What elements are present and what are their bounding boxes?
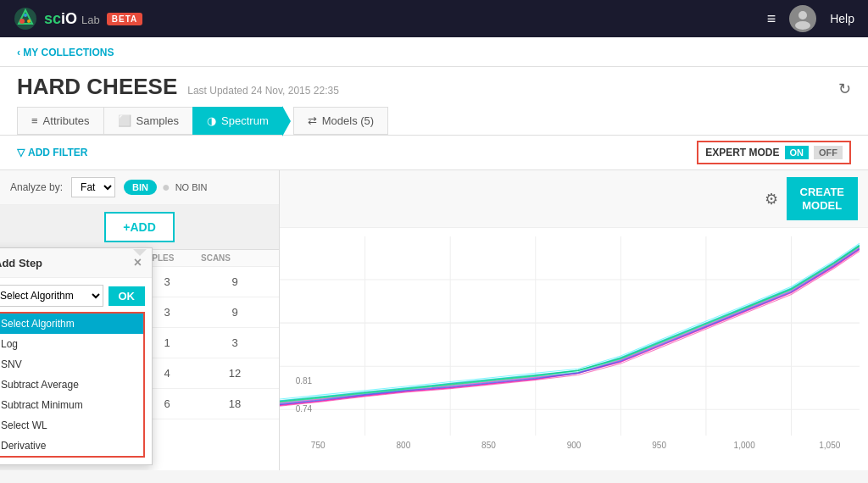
algorithm-option-log[interactable]: Log (0, 334, 143, 354)
tab-models[interactable]: ⇄ Models (5) (293, 107, 388, 135)
svg-text:0.74: 0.74 (296, 404, 313, 414)
tab-models-label: Models (5) (322, 114, 374, 127)
svg-point-3 (27, 19, 31, 23)
algorithm-option-subtract-average[interactable]: Subtract Average (0, 375, 143, 395)
expert-mode-off[interactable]: OFF (814, 146, 843, 159)
filter-bar: ▽ ADD FILTER EXPERT MODE ON OFF (0, 136, 868, 170)
add-filter-button[interactable]: ▽ ADD FILTER (17, 147, 87, 158)
algorithm-option-select[interactable]: Select Algorithm (0, 314, 143, 334)
col-scans-header: SCANS (201, 253, 269, 263)
refresh-button[interactable]: ↻ (838, 80, 851, 98)
modal-title: Add Step (0, 257, 42, 269)
spectrum-chart: 750 800 850 900 950 1,000 1,050 0.74 0.8… (280, 236, 860, 462)
svg-text:0.81: 0.81 (296, 376, 313, 386)
algorithm-option-subtract-minimum[interactable]: Subtract Minimum (0, 395, 143, 415)
add-step-modal: Add Step × Select Algorithm OK Select Al… (0, 247, 153, 465)
right-panel: ⚙ CREATEMODEL (280, 170, 868, 470)
app-header: sciO Lab BETA ≡ Help (0, 0, 868, 37)
user-avatar[interactable] (789, 5, 816, 32)
filter-icon: ▽ (17, 147, 25, 158)
modal-header: Add Step × (0, 248, 152, 278)
add-step-area: +ADD Add Step × Select Algorithm OK (0, 205, 279, 250)
svg-text:950: 950 (652, 441, 666, 450)
tab-samples[interactable]: ⬜ Samples (103, 107, 193, 135)
svg-text:850: 850 (481, 441, 496, 450)
header-right: ≡ Help (767, 5, 854, 32)
tab-spectrum-label: Spectrum (221, 114, 269, 127)
tab-samples-label: Samples (136, 114, 180, 127)
tab-attributes-label: Attributes (43, 114, 90, 127)
logo-icon (14, 7, 37, 31)
attributes-icon: ≡ (31, 114, 38, 127)
analyze-by-label: Analyze by: (10, 181, 63, 193)
algorithm-dropdown: Select Algorithm Log SNV Subtract Averag… (0, 312, 145, 458)
left-panel: Analyze by: Fat BIN ● NO BIN +ADD Add St… (0, 170, 280, 470)
analyze-by-row: Analyze by: Fat BIN ● NO BIN (0, 170, 279, 205)
algorithm-option-derivative[interactable]: Derivative (0, 436, 143, 456)
modal-close-button[interactable]: × (134, 255, 142, 270)
logo-text: sciO Lab (44, 10, 100, 28)
row-scans-1: 9 (201, 306, 269, 319)
spectrum-icon: ◑ (207, 114, 216, 127)
row-scans-0: 9 (201, 275, 269, 288)
gear-icon[interactable]: ⚙ (765, 190, 778, 208)
no-bin-radio: ● (162, 180, 170, 195)
tab-active-arrow (282, 106, 291, 136)
tab-attributes[interactable]: ≡ Attributes (17, 107, 103, 135)
algorithm-select[interactable]: Select Algorithm (0, 285, 103, 307)
algorithm-option-select-wl[interactable]: Select WL (0, 415, 143, 436)
samples-icon: ⬜ (118, 114, 131, 127)
row-scans-2: 3 (201, 336, 269, 349)
analyze-by-select[interactable]: Fat (71, 177, 115, 197)
row-scans-4: 18 (201, 397, 269, 410)
svg-text:1,000: 1,000 (734, 441, 756, 450)
ok-button[interactable]: OK (108, 286, 146, 306)
expert-mode-toggle: EXPERT MODE ON OFF (697, 141, 851, 164)
content-area: Analyze by: Fat BIN ● NO BIN +ADD Add St… (0, 170, 868, 470)
svg-text:1,050: 1,050 (819, 441, 841, 450)
breadcrumb: MY COLLECTIONS (0, 37, 868, 67)
algorithm-row: Select Algorithm OK (0, 285, 145, 307)
models-icon: ⇄ (308, 114, 317, 127)
chart-area: 750 800 850 900 950 1,000 1,050 0.74 0.8… (280, 228, 868, 470)
svg-point-4 (24, 14, 27, 17)
modal-body: Select Algorithm OK Select Algorithm Log… (0, 278, 152, 464)
page-title: HARD CHEESE (17, 74, 177, 100)
modal-pointer (133, 249, 147, 256)
svg-text:800: 800 (396, 441, 410, 450)
svg-point-2 (19, 19, 25, 24)
svg-text:900: 900 (567, 441, 581, 450)
svg-point-5 (798, 11, 807, 19)
model-area: ⚙ CREATEMODEL (280, 170, 868, 228)
row-scans-3: 12 (201, 367, 269, 380)
logo-area: sciO Lab BETA (14, 7, 142, 31)
page-title-area: HARD CHEESE Last Updated 24 Nov, 2015 22… (0, 67, 868, 136)
tab-spectrum[interactable]: ◑ Spectrum (192, 107, 283, 135)
expert-mode-on[interactable]: ON (785, 146, 810, 159)
expert-mode-label: EXPERT MODE (705, 147, 779, 158)
bin-button[interactable]: BIN (124, 180, 157, 195)
create-model-button[interactable]: CREATEMODEL (787, 177, 858, 220)
help-link[interactable]: Help (830, 12, 854, 25)
svg-text:750: 750 (311, 441, 326, 450)
tabs: ≡ Attributes ⬜ Samples ◑ Spectrum ⇄ Mode… (17, 107, 851, 135)
svg-point-6 (795, 21, 810, 30)
algorithm-option-snv[interactable]: SNV (0, 354, 143, 375)
breadcrumb-link[interactable]: MY COLLECTIONS (17, 47, 114, 58)
bin-toggle: BIN ● NO BIN (124, 180, 208, 195)
add-filter-label: ADD FILTER (28, 147, 87, 158)
menu-icon[interactable]: ≡ (767, 10, 776, 28)
beta-badge: BETA (107, 13, 142, 25)
no-bin-button[interactable]: NO BIN (175, 182, 208, 192)
add-button[interactable]: +ADD (104, 212, 175, 242)
last-updated: Last Updated 24 Nov, 2015 22:35 (187, 85, 339, 97)
